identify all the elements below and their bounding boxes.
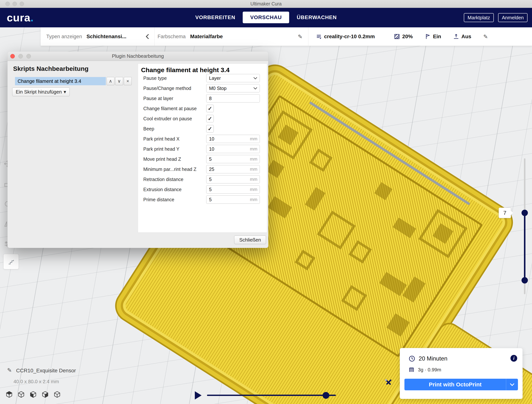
view-type-value[interactable]: Schichtenansi... xyxy=(87,33,127,39)
qr-module xyxy=(379,272,407,296)
info-icon[interactable]: i xyxy=(510,355,517,362)
close-dialog-button[interactable]: Schließen xyxy=(234,236,266,244)
extrusion-distance-input[interactable]: 5 mm xyxy=(206,185,260,193)
account-button[interactable]: Anmelden xyxy=(498,13,527,22)
collapse-left-icon[interactable] xyxy=(145,34,150,39)
move-script-up-button[interactable]: ∧ xyxy=(107,77,114,85)
view-type-label: Typen anzeigen xyxy=(46,34,82,39)
dialog-close-button[interactable] xyxy=(10,54,15,58)
infill-group[interactable]: 20% xyxy=(394,33,413,39)
move-script-down-button[interactable]: ∨ xyxy=(115,77,123,85)
prime-distance-input[interactable]: 5 mm xyxy=(206,195,260,204)
check-icon: ✓ xyxy=(208,105,212,112)
dialog-minimize-button[interactable] xyxy=(18,54,23,58)
tab-vorschau[interactable]: VORSCHAU xyxy=(243,12,289,23)
tab-ueberwachen[interactable]: ÜBERWACHEN xyxy=(289,12,344,23)
zoom-window-button[interactable] xyxy=(20,2,24,6)
setting-row: Move print head Z 5 mm xyxy=(138,154,267,164)
layer-slider-lower-handle[interactable] xyxy=(521,277,528,283)
beep-checkbox[interactable]: ✓ xyxy=(206,125,214,133)
input-value: 5 xyxy=(209,177,212,182)
close-window-button[interactable] xyxy=(6,2,10,6)
edit-print-settings-icon[interactable]: ✎ xyxy=(483,33,488,40)
setting-row: Beep ✓ xyxy=(138,124,267,134)
min-park-z-input[interactable]: 25 mm xyxy=(206,165,260,173)
unit-label: mm xyxy=(250,136,257,141)
remove-script-button[interactable]: × xyxy=(124,77,132,85)
dialog-window-controls xyxy=(10,54,31,58)
window-titlebar: Ultimaker Cura xyxy=(0,0,532,8)
layer-legend-button[interactable] xyxy=(3,254,19,269)
setting-row: Pause type Layer xyxy=(138,73,267,83)
setting-label: Pause at layer xyxy=(143,96,206,101)
setting-label: Pause/Change method xyxy=(143,86,206,91)
pause-method-select[interactable]: M0 Stop xyxy=(206,84,260,92)
play-button[interactable] xyxy=(195,391,202,399)
qr-module xyxy=(386,313,410,337)
printer-profile-value[interactable]: creality-cr-10 0.2mm xyxy=(324,33,375,39)
setting-label: Extrusion distance xyxy=(143,187,206,192)
input-value: 10 xyxy=(209,136,214,142)
pause-at-layer-input[interactable]: 8 xyxy=(206,94,260,103)
view-top-button[interactable] xyxy=(30,391,37,398)
minimize-window-button[interactable] xyxy=(13,2,17,6)
check-icon: ✓ xyxy=(208,126,212,132)
change-filament-checkbox[interactable]: ✓ xyxy=(206,105,214,112)
simulation-slider-track[interactable] xyxy=(207,395,336,396)
check-icon: ✓ xyxy=(208,115,212,122)
dialog-zoom-button[interactable] xyxy=(26,54,31,58)
view-front-button[interactable] xyxy=(18,391,25,398)
dialog-titlebar[interactable]: Plugin Nachbearbeitung xyxy=(7,51,268,61)
unit-label: mm xyxy=(250,197,257,202)
simulation-slider-handle[interactable] xyxy=(323,392,329,399)
camera-view-buttons xyxy=(6,391,61,398)
setting-label: Beep xyxy=(143,126,206,132)
layer-slider-upper-handle[interactable] xyxy=(521,210,528,216)
park-x-input[interactable]: 10 mm xyxy=(206,135,260,143)
move-z-input[interactable]: 5 mm xyxy=(206,155,260,163)
retraction-distance-input[interactable]: 5 mm xyxy=(206,175,260,183)
chevron-down-icon xyxy=(510,383,515,386)
view-3d-button[interactable] xyxy=(6,391,13,398)
view-right-button[interactable] xyxy=(54,391,61,398)
color-scheme-value[interactable]: Materialfarbe xyxy=(190,33,223,39)
view-left-button[interactable] xyxy=(42,391,49,398)
add-script-button[interactable]: Ein Skript hinzufügen ▾ xyxy=(12,88,70,96)
selected-script-item[interactable]: Change filament at height 3.4 xyxy=(15,77,106,85)
support-group[interactable]: Ein xyxy=(425,33,441,39)
unit-label: mm xyxy=(250,156,257,162)
unit-label: mm xyxy=(250,146,257,152)
setting-row: Cool extruder on pause ✓ xyxy=(138,114,267,124)
print-time-row: 20 Minuten xyxy=(409,355,447,362)
park-y-input[interactable]: 10 mm xyxy=(206,145,260,153)
stage-tabs: VORBEREITEN VORSCHAU ÜBERWACHEN xyxy=(188,12,344,23)
cool-extruder-checkbox[interactable]: ✓ xyxy=(206,115,214,122)
tab-vorbereiten[interactable]: VORBEREITEN xyxy=(188,12,243,23)
print-button[interactable]: Print with OctoPrint xyxy=(405,379,518,390)
setting-label: Pause type xyxy=(143,76,206,81)
rename-model-icon[interactable]: ✎ xyxy=(7,367,12,373)
layer-slider-range xyxy=(524,213,526,280)
qr-module xyxy=(309,149,332,172)
select-value: M0 Stop xyxy=(209,86,227,91)
setting-row: Change filament at pause ✓ xyxy=(138,103,267,114)
print-options-dropdown[interactable] xyxy=(506,379,518,390)
setting-label: Change filament at pause xyxy=(143,106,206,111)
marketplace-button[interactable]: Marktplatz xyxy=(464,13,494,22)
qr-module xyxy=(305,187,326,211)
setting-row: Park print head X 10 mm xyxy=(138,134,267,144)
window-controls xyxy=(6,2,24,6)
window-title: Ultimaker Cura xyxy=(250,1,282,6)
setting-row: Park print head Y 10 mm xyxy=(138,144,267,154)
qr-module xyxy=(348,240,372,263)
post-processing-dialog: Plugin Nachbearbeitung Skripts Nachbearb… xyxy=(7,51,268,248)
input-value: 5 xyxy=(209,197,212,202)
edit-colors-icon[interactable]: ✎ xyxy=(298,33,303,40)
adjust-tools-icon[interactable] xyxy=(384,378,393,387)
caret-down-icon: ▾ xyxy=(64,89,66,95)
chevron-down-icon xyxy=(253,87,257,90)
pause-type-select[interactable]: Layer xyxy=(206,74,260,82)
setting-label: Park print head Y xyxy=(143,146,206,152)
adhesion-group[interactable]: Aus xyxy=(453,33,471,39)
adhesion-icon xyxy=(453,33,459,39)
